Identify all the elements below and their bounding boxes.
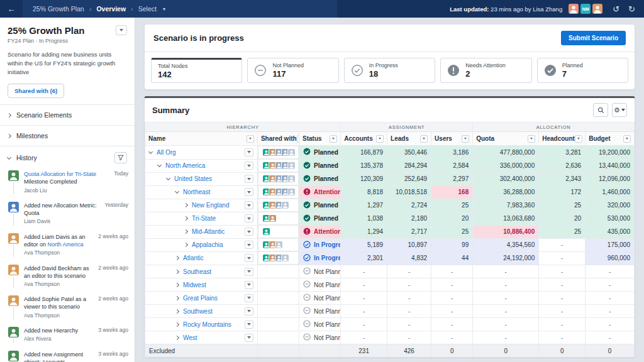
undo-icon[interactable]: ↺ xyxy=(613,4,619,14)
submit-scenario-button[interactable]: Submit Scenario xyxy=(561,31,626,45)
status-card-total-nodes[interactable]: Total Nodes142 xyxy=(151,58,242,83)
row-options-dropdown[interactable] xyxy=(245,294,253,302)
chevron-right-icon[interactable] xyxy=(184,216,188,221)
column-dropdown[interactable] xyxy=(462,135,469,143)
status-card-needs-attention[interactable]: Needs Attention2 xyxy=(440,58,531,83)
sidebar-item-history[interactable]: History xyxy=(0,146,135,169)
history-timestamp: 2 weeks ago xyxy=(98,265,128,288)
column-label: Status xyxy=(303,135,330,142)
column-dropdown[interactable] xyxy=(330,135,337,143)
avatar-stack[interactable] xyxy=(262,175,296,183)
node-name-link[interactable]: Appalachia xyxy=(192,241,223,248)
column-dropdown[interactable] xyxy=(528,135,535,143)
avatar[interactable] xyxy=(569,4,579,14)
avatar-stack[interactable] xyxy=(262,228,270,236)
node-name-link[interactable]: Rocky Mountains xyxy=(183,321,231,328)
node-name-link[interactable]: Northeast xyxy=(183,189,210,195)
column-header-name: Name xyxy=(145,132,258,146)
column-dropdown[interactable] xyxy=(420,135,428,143)
chevron-right-icon[interactable] xyxy=(175,282,179,287)
row-options-dropdown[interactable] xyxy=(245,254,253,262)
avatar-stack[interactable] xyxy=(262,162,296,170)
column-dropdown[interactable] xyxy=(297,135,299,143)
node-name-link[interactable]: Tri-State xyxy=(192,215,216,222)
excluded-label: Excluded xyxy=(145,344,258,358)
node-name-link[interactable]: All Org xyxy=(157,149,176,156)
avatar[interactable] xyxy=(592,4,602,14)
table-settings-button[interactable]: ⚙ xyxy=(612,103,627,117)
row-options-dropdown[interactable] xyxy=(245,241,253,249)
shared-with-cell: +1 xyxy=(258,159,299,172)
row-options-dropdown[interactable] xyxy=(245,281,253,289)
node-name-link[interactable]: Great Plains xyxy=(183,295,218,302)
row-options-dropdown[interactable] xyxy=(245,268,253,276)
chevron-right-icon[interactable] xyxy=(184,229,188,234)
chevron-right-icon[interactable] xyxy=(175,322,179,326)
row-options-dropdown[interactable] xyxy=(245,201,253,209)
filter-icon[interactable] xyxy=(114,152,127,163)
column-dropdown[interactable] xyxy=(247,135,254,143)
row-options-dropdown[interactable] xyxy=(245,214,253,222)
back-icon[interactable]: ← xyxy=(0,4,23,14)
row-options-dropdown[interactable] xyxy=(245,334,253,342)
history-link[interactable]: North America xyxy=(48,241,84,248)
node-name-link[interactable]: Southeast xyxy=(183,268,211,275)
column-dropdown[interactable] xyxy=(376,135,384,143)
node-name-link[interactable]: Atlantic xyxy=(183,255,204,261)
column-dropdown[interactable] xyxy=(623,135,631,143)
history-text: Added new Hierarchy xyxy=(24,327,93,334)
history-link[interactable]: Quota Allocation for Tri-State xyxy=(24,171,96,177)
status-badge: Not Planned xyxy=(299,265,341,278)
avatar-stack[interactable] xyxy=(262,148,296,156)
column-dropdown[interactable] xyxy=(575,135,582,143)
avatar-stack[interactable] xyxy=(262,201,289,209)
row-options-dropdown[interactable] xyxy=(245,307,253,315)
plan-options-dropdown[interactable] xyxy=(116,25,127,35)
node-name-link[interactable]: North America xyxy=(165,162,205,169)
avatar-stack[interactable] xyxy=(262,188,296,196)
avatar-stack[interactable] xyxy=(262,241,283,249)
chevron-right-icon[interactable] xyxy=(175,335,179,339)
breadcrumb-overview[interactable]: Overview xyxy=(96,5,126,13)
card-label: Total Nodes xyxy=(158,63,188,69)
chevron-down-icon[interactable]: ▾ xyxy=(163,6,165,12)
chevron-right-icon[interactable] xyxy=(175,309,179,313)
sidebar-item-milestones[interactable]: Milestones xyxy=(0,125,135,146)
node-name-link[interactable]: New England xyxy=(192,202,229,209)
chevron-down-icon[interactable] xyxy=(148,150,153,154)
node-name-link[interactable]: Midwest xyxy=(183,282,206,288)
node-name-link[interactable]: Southwest xyxy=(183,308,213,315)
chevron-right-icon[interactable] xyxy=(175,295,179,300)
chevron-right-icon[interactable] xyxy=(175,269,179,273)
status-card-in-progress[interactable]: In Progress18 xyxy=(344,58,435,83)
chevron-down-icon[interactable] xyxy=(175,189,179,194)
history-text: Quota Allocation for Tri-State Milestone… xyxy=(24,170,109,185)
status-badge: Not Planned xyxy=(299,278,341,292)
chevron-down-icon[interactable] xyxy=(157,163,162,167)
row-options-dropdown[interactable] xyxy=(245,321,253,329)
breadcrumb-plan[interactable]: 25% Growth Plan xyxy=(33,5,84,13)
row-options-dropdown[interactable] xyxy=(245,148,253,156)
row-options-dropdown[interactable] xyxy=(245,175,253,183)
node-name-link[interactable]: Mid-Atlantic xyxy=(192,228,225,235)
avatar-stack[interactable] xyxy=(262,214,277,222)
sidebar-item-scenario-elements[interactable]: Scenario Elements xyxy=(0,104,135,125)
history-entry: Added new Assignment object: AccountsAle… xyxy=(24,351,93,362)
chevron-down-icon[interactable] xyxy=(166,176,170,180)
row-options-dropdown[interactable] xyxy=(245,162,253,170)
chevron-right-icon[interactable] xyxy=(184,243,188,247)
row-options-dropdown[interactable] xyxy=(245,228,253,236)
node-name-link[interactable]: West xyxy=(183,334,197,341)
shared-with-button[interactable]: Shared with (6) xyxy=(8,84,64,98)
status-card-planned[interactable]: Planned7 xyxy=(537,58,628,83)
redo-icon[interactable]: ↻ xyxy=(628,4,635,14)
chevron-right-icon[interactable] xyxy=(184,203,188,207)
row-options-dropdown[interactable] xyxy=(245,188,253,196)
status-card-not-planned[interactable]: Not Planned117 xyxy=(247,58,338,83)
chevron-right-icon[interactable] xyxy=(175,256,179,260)
avatar-stack[interactable] xyxy=(262,254,289,262)
search-button[interactable] xyxy=(593,103,608,117)
avatar[interactable]: NM xyxy=(580,4,591,14)
node-name-link[interactable]: United States xyxy=(174,175,212,182)
breadcrumb-select[interactable]: Select xyxy=(138,5,157,13)
